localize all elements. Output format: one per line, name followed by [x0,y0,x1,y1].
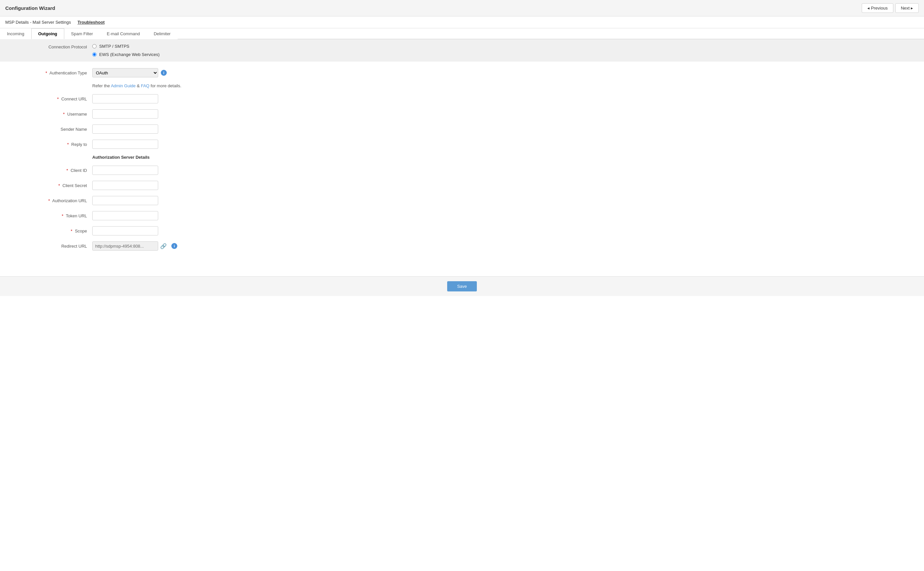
auth-type-info-icon[interactable]: i [161,70,167,76]
footer: Save [0,276,924,296]
nav-buttons: ◂ Previous Next ▸ [862,3,919,13]
connect-url-label: * Connect URL [20,96,92,102]
troubleshoot-link[interactable]: Troubleshoot [77,20,104,25]
subtitle-bar: MSP Details - Mail Server Settings Troub… [0,17,924,28]
authorization-url-input[interactable] [92,196,158,205]
auth-type-label: * Authentication Type [20,71,92,76]
authorization-url-label: * Authorization URL [20,198,92,203]
next-button[interactable]: Next ▸ [895,3,919,13]
auth-type-row: * Authentication Type OAuth Basic Auth N… [20,68,904,77]
page-title: Configuration Wizard [5,5,55,11]
redirect-url-input [92,241,158,251]
client-secret-label: * Client Secret [20,183,92,188]
token-url-row: * Token URL [20,211,904,220]
auth-server-heading: Authorization Server Details [92,155,150,160]
tab-email-command[interactable]: E-mail Command [100,28,147,39]
content-area: Connection Protocol SMTP / SMTPS EWS (Ex… [0,39,924,263]
reply-to-row: * Reply to [20,140,904,149]
protocol-ews-option[interactable]: EWS (Exchange Web Services) [92,52,159,57]
form-section: * Authentication Type OAuth Basic Auth N… [0,62,924,263]
redirect-url-info-icon[interactable]: i [171,243,177,249]
protocol-smtp-radio[interactable] [92,44,96,48]
tab-delimiter[interactable]: Delimiter [147,28,177,39]
header: Configuration Wizard ◂ Previous Next ▸ [0,0,924,17]
auth-type-select[interactable]: OAuth Basic Auth NTLM [92,68,158,77]
refer-text: Refer the Admin Guide & FAQ for more det… [92,83,904,88]
link-icon[interactable]: 🔗 [160,243,167,249]
client-secret-input[interactable] [92,181,158,190]
auth-server-heading-row: Authorization Server Details [20,155,904,160]
tabs-container: Incoming Outgoing Spam Filter E-mail Com… [0,28,924,39]
client-id-input[interactable] [92,166,158,175]
tab-incoming[interactable]: Incoming [0,28,31,39]
protocol-label: Connection Protocol [20,44,92,49]
tab-outgoing[interactable]: Outgoing [31,28,64,39]
scope-row: * Scope [20,226,904,235]
client-id-row: * Client ID [20,166,904,175]
protocol-smtp-label: SMTP / SMTPS [99,44,130,49]
subtitle-text: MSP Details - Mail Server Settings [5,20,71,25]
scope-input[interactable] [92,226,158,235]
redirect-url-row: Redirect URL 🔗 i [20,241,904,251]
reply-to-label: * Reply to [20,142,92,147]
faq-link[interactable]: FAQ [141,83,149,88]
sender-name-label: Sender Name [20,127,92,132]
redirect-url-wrapper: 🔗 i [92,241,177,251]
protocol-smtp-option[interactable]: SMTP / SMTPS [92,44,159,49]
client-id-label: * Client ID [20,168,92,173]
protocol-options: SMTP / SMTPS EWS (Exchange Web Services) [92,44,159,57]
username-row: * Username [20,109,904,119]
redirect-url-label: Redirect URL [20,244,92,248]
save-button[interactable]: Save [447,281,477,292]
username-label: * Username [20,112,92,117]
username-input[interactable] [92,109,158,119]
authorization-url-row: * Authorization URL [20,196,904,205]
connect-url-input[interactable] [92,94,158,103]
connect-url-row: * Connect URL [20,94,904,103]
sender-name-input[interactable] [92,125,158,134]
protocol-ews-label: EWS (Exchange Web Services) [99,52,159,57]
reply-to-input[interactable] [92,140,158,149]
protocol-section: Connection Protocol SMTP / SMTPS EWS (Ex… [0,39,924,62]
previous-button[interactable]: ◂ Previous [862,3,893,13]
sender-name-row: Sender Name [20,125,904,134]
token-url-label: * Token URL [20,213,92,218]
client-secret-row: * Client Secret [20,181,904,190]
tab-spam-filter[interactable]: Spam Filter [64,28,100,39]
protocol-ews-radio[interactable] [92,52,96,57]
token-url-input[interactable] [92,211,158,220]
admin-guide-link[interactable]: Admin Guide [111,83,135,88]
scope-label: * Scope [20,228,92,233]
